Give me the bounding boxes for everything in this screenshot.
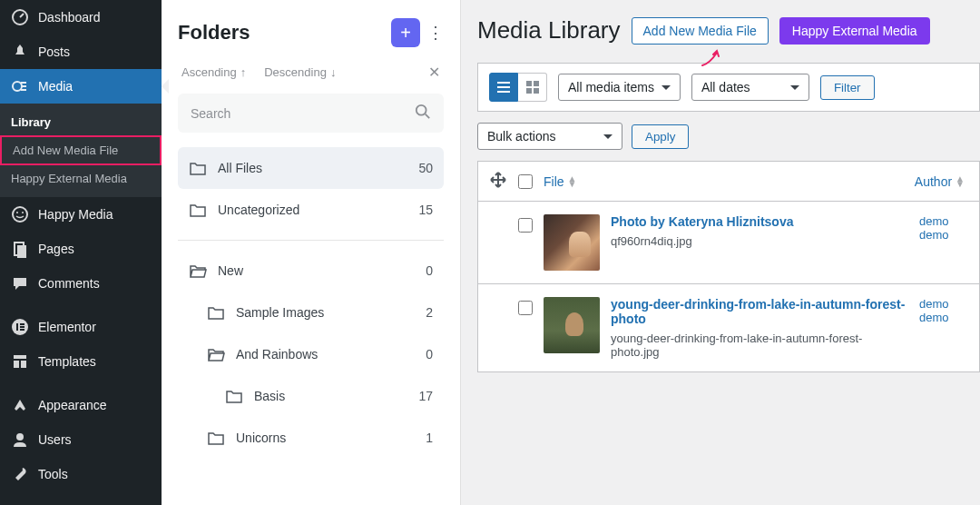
row-checkbox[interactable] [518,218,533,233]
author-link[interactable]: demo [919,228,968,242]
search-icon [415,104,431,123]
media-filename: qf960rn4diq.jpg [611,234,908,248]
menu-label: Dashboard [38,10,101,25]
media-submenu: Library Add New Media File Happy Externa… [0,104,162,197]
menu-templates[interactable]: Templates [0,344,162,379]
folders-title: Folders [178,21,250,45]
table-actions: Bulk actions Apply [477,112,980,161]
add-new-button[interactable]: Add New Media File [632,17,769,45]
arrow-down-icon: ↓ [330,65,337,79]
svg-point-3 [16,212,18,213]
sort-row: Ascending ↑ Descending ↓ ✕ [178,58,444,94]
list-view-toggle[interactable] [489,73,518,102]
media-filename: young-deer-drinking-from-lake-in-autumn-… [611,332,908,359]
external-media-button[interactable]: Happy External Media [779,17,930,45]
appearance-icon [11,396,29,414]
sort-icon: ▲▼ [568,176,577,187]
author-link[interactable]: demo [919,311,968,324]
author-link[interactable]: demo [919,297,968,311]
dates-select[interactable]: All dates [691,74,809,101]
folder-count: 1 [426,431,433,445]
svg-point-1 [13,82,22,91]
menu-comments[interactable]: Comments [0,266,162,301]
menu-label: Comments [38,276,100,291]
menu-label: Users [38,432,72,447]
svg-rect-13 [14,361,19,368]
folders-panel: Folders + ⋮ Ascending ↑ Descending ↓ ✕ S… [162,0,461,505]
svg-rect-23 [534,88,539,94]
select-all-checkbox[interactable] [518,174,533,189]
svg-point-2 [13,207,27,222]
sort-ascending[interactable]: Ascending ↑ [181,65,246,79]
apply-button[interactable]: Apply [632,124,689,149]
submenu-add-new[interactable]: Add New Media File [0,135,162,165]
sort-descending[interactable]: Descending ↓ [264,65,336,79]
folder-new[interactable]: New 0 [178,250,444,292]
folder-and-rainbows[interactable]: And Rainbows 0 [178,333,444,375]
grid-view-toggle[interactable] [518,73,547,102]
media-type-select[interactable]: All media items [558,74,681,101]
menu-happy-media[interactable]: Happy Media [0,197,162,232]
svg-rect-17 [497,82,510,84]
media-thumbnail[interactable] [544,214,600,271]
menu-elementor[interactable]: Elementor [0,310,162,344]
svg-rect-9 [20,323,24,325]
media-info: Photo by Kateryna Hliznitsova qf960rn4di… [611,214,908,271]
menu-media[interactable]: Media [0,69,162,104]
close-icon[interactable]: ✕ [428,64,440,81]
col-file-header[interactable]: File ▲▼ [544,174,904,189]
menu-dashboard[interactable]: Dashboard [0,0,162,35]
menu-appearance[interactable]: Appearance [0,388,162,422]
menu-posts[interactable]: Posts [0,35,162,69]
folder-name: Unicorns [236,431,415,445]
folder-basis[interactable]: Basis 17 [178,375,444,417]
folder-unicorns[interactable]: Unicorns 1 [178,417,444,459]
tools-icon [11,465,29,483]
search-placeholder: Search [191,106,230,121]
add-folder-button[interactable]: + [391,18,420,47]
row-checkbox[interactable] [518,301,533,315]
folder-uncategorized[interactable]: Uncategorized 15 [178,189,444,231]
filter-button[interactable]: Filter [820,75,875,100]
more-icon[interactable]: ⋮ [427,23,444,43]
menu-label: Elementor [38,320,96,334]
menu-pages[interactable]: Pages [0,232,162,266]
menu-label: Happy Media [38,207,113,222]
arrow-up-icon: ↑ [240,65,247,79]
main-content: Media Library Add New Media File Happy E… [461,0,980,505]
move-handle-icon[interactable] [489,171,507,192]
comments-icon [11,274,29,292]
folder-name: Basis [254,389,407,403]
menu-tools[interactable]: Tools [0,457,162,491]
folder-icon [207,429,225,447]
menu-users[interactable]: Users [0,422,162,457]
svg-point-4 [22,212,24,213]
submenu-external[interactable]: Happy External Media [0,165,162,192]
author-link[interactable]: demo [919,214,968,228]
menu-label: Templates [38,354,96,369]
submenu-library[interactable]: Library [0,109,162,135]
folder-sample-images[interactable]: Sample Images 2 [178,292,444,333]
folder-all-files[interactable]: All Files 50 [178,147,444,189]
svg-point-16 [416,105,426,115]
media-title[interactable]: Photo by Kateryna Hliznitsova [611,214,908,229]
bulk-actions-select[interactable]: Bulk actions [477,123,622,150]
annotation-arrow-icon [699,47,726,69]
col-author-header[interactable]: Author ▲▼ [915,174,965,189]
content-header: Media Library Add New Media File Happy E… [477,16,980,45]
media-thumbnail[interactable] [544,297,600,353]
folder-icon [189,159,207,177]
search-input[interactable]: Search [178,94,444,133]
svg-rect-8 [16,323,18,331]
svg-rect-18 [497,86,510,88]
media-title[interactable]: young-deer-drinking-from-lake-in-autumn-… [611,297,908,326]
media-icon [11,77,29,95]
svg-point-15 [16,433,24,441]
admin-sidebar: Dashboard Posts Media Library Add New Me… [0,0,162,505]
svg-rect-21 [534,81,539,86]
svg-rect-6 [17,245,26,258]
view-toggles [489,73,547,102]
menu-label: Tools [38,467,68,481]
happy-icon [11,205,29,223]
folder-open-icon [207,345,225,363]
